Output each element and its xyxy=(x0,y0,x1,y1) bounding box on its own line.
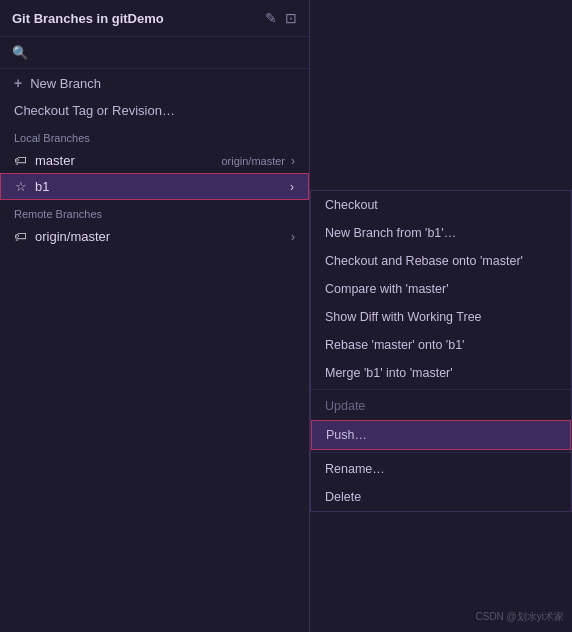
menu-item-checkout-rebase[interactable]: Checkout and Rebase onto 'master' xyxy=(311,247,571,275)
remote-branches-label: Remote Branches xyxy=(0,200,309,224)
branch-item-b1[interactable]: ☆ b1 › xyxy=(0,173,309,200)
search-bar: 🔍 xyxy=(0,37,309,69)
menu-item-rename[interactable]: Rename… xyxy=(311,455,571,483)
panel-header: Git Branches in gitDemo ✎ ⊡ xyxy=(0,0,309,37)
menu-item-delete[interactable]: Delete xyxy=(311,483,571,511)
menu-divider-2 xyxy=(311,452,571,453)
tag-icon-master: 🏷 xyxy=(14,153,27,168)
branch-item-master[interactable]: 🏷 master origin/master › xyxy=(0,148,309,173)
search-input[interactable] xyxy=(34,46,297,60)
search-icon: 🔍 xyxy=(12,45,28,60)
menu-item-show-diff[interactable]: Show Diff with Working Tree xyxy=(311,303,571,331)
menu-item-merge[interactable]: Merge 'b1' into 'master' xyxy=(311,359,571,387)
branch-name-master: master xyxy=(35,153,221,168)
checkout-tag-label: Checkout Tag or Revision… xyxy=(14,103,175,118)
header-icons: ✎ ⊡ xyxy=(265,10,297,26)
plus-icon: + xyxy=(14,75,22,91)
branch-name-b1: b1 xyxy=(35,179,290,194)
panel-title: Git Branches in gitDemo xyxy=(12,11,164,26)
menu-item-checkout[interactable]: Checkout xyxy=(311,191,571,219)
context-menu: Checkout New Branch from 'b1'… Checkout … xyxy=(310,190,572,512)
star-icon-b1: ☆ xyxy=(15,179,27,194)
local-branches-label: Local Branches xyxy=(0,124,309,148)
menu-divider-1 xyxy=(311,389,571,390)
tag-icon-origin: 🏷 xyxy=(14,229,27,244)
chevron-master: › xyxy=(291,154,295,168)
checkout-tag-action[interactable]: Checkout Tag or Revision… xyxy=(0,97,309,124)
expand-icon[interactable]: ⊡ xyxy=(285,10,297,26)
new-branch-action[interactable]: + New Branch xyxy=(0,69,309,97)
watermark: CSDN @划水yi术家 xyxy=(476,610,565,624)
menu-item-push[interactable]: Push… xyxy=(311,420,571,450)
menu-item-rebase[interactable]: Rebase 'master' onto 'b1' xyxy=(311,331,571,359)
edit-icon[interactable]: ✎ xyxy=(265,10,277,26)
new-branch-label: New Branch xyxy=(30,76,101,91)
branch-name-origin: origin/master xyxy=(35,229,291,244)
chevron-b1: › xyxy=(290,180,294,194)
menu-item-compare[interactable]: Compare with 'master' xyxy=(311,275,571,303)
branch-item-origin-master[interactable]: 🏷 origin/master › xyxy=(0,224,309,249)
menu-item-new-branch-from[interactable]: New Branch from 'b1'… xyxy=(311,219,571,247)
branch-tag-master: origin/master xyxy=(221,155,285,167)
chevron-origin: › xyxy=(291,230,295,244)
left-panel: Git Branches in gitDemo ✎ ⊡ 🔍 + New Bran… xyxy=(0,0,310,632)
menu-item-update: Update xyxy=(311,392,571,420)
